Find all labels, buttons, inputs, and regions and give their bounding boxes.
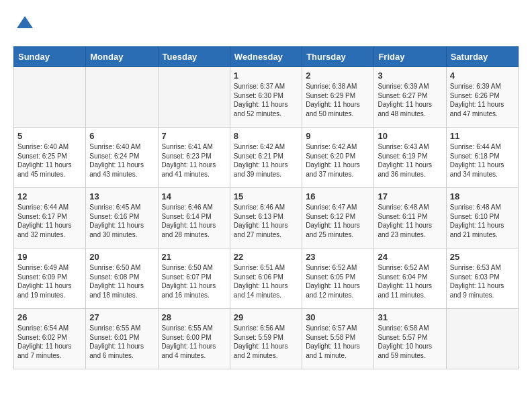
weekday-header-saturday: Saturday (446, 47, 518, 67)
cell-content-line: Daylight: 11 hours and 39 minutes. (234, 161, 298, 179)
cell-content-line: Daylight: 11 hours and 47 minutes. (450, 100, 515, 118)
cell-content-line: Sunrise: 6:51 AM (234, 263, 298, 273)
calendar-cell (14, 67, 86, 128)
cell-content-line: Sunrise: 6:56 AM (234, 324, 298, 333)
day-number: 16 (306, 191, 370, 201)
cell-content-line: Sunset: 6:12 PM (306, 212, 370, 222)
calendar-cell: 9Sunrise: 6:42 AMSunset: 6:20 PMDaylight… (302, 128, 374, 188)
cell-content-line: Sunset: 6:08 PM (89, 273, 154, 282)
day-number: 2 (306, 71, 370, 81)
day-number: 22 (234, 252, 298, 262)
day-number: 24 (378, 252, 442, 262)
cell-content-line: Daylight: 11 hours and 7 minutes. (17, 342, 82, 360)
day-number: 12 (17, 191, 82, 201)
day-number: 26 (17, 312, 82, 322)
day-number: 11 (450, 131, 515, 141)
calendar-cell: 12Sunrise: 6:44 AMSunset: 6:17 PMDayligh… (14, 188, 86, 248)
calendar-cell: 14Sunrise: 6:46 AMSunset: 6:14 PMDayligh… (158, 188, 230, 248)
calendar-cell: 29Sunrise: 6:56 AMSunset: 5:59 PMDayligh… (230, 309, 302, 369)
calendar-cell: 20Sunrise: 6:50 AMSunset: 6:08 PMDayligh… (86, 248, 158, 309)
cell-content-line: Sunset: 6:25 PM (17, 152, 82, 161)
cell-content-line: Daylight: 11 hours and 36 minutes. (378, 161, 442, 179)
day-number: 14 (162, 191, 226, 201)
calendar-cell: 22Sunrise: 6:51 AMSunset: 6:06 PMDayligh… (230, 248, 302, 309)
calendar-cell: 31Sunrise: 6:58 AMSunset: 5:57 PMDayligh… (374, 309, 446, 369)
calendar-cell: 19Sunrise: 6:49 AMSunset: 6:09 PMDayligh… (14, 248, 86, 309)
logo-icon (15, 13, 34, 32)
cell-content-line: Sunset: 6:04 PM (378, 273, 442, 282)
day-number: 31 (378, 312, 442, 322)
day-number: 18 (450, 191, 515, 201)
cell-content-line: Daylight: 11 hours and 28 minutes. (162, 221, 226, 239)
day-number: 6 (89, 131, 154, 141)
cell-content-line: Daylight: 11 hours and 18 minutes. (89, 281, 154, 300)
day-number: 20 (89, 252, 154, 262)
cell-content-line: Daylight: 11 hours and 37 minutes. (306, 161, 370, 179)
day-number: 27 (89, 312, 154, 322)
calendar-cell (446, 309, 518, 369)
cell-content-line: Daylight: 11 hours and 52 minutes. (234, 100, 298, 118)
cell-content-line: Sunrise: 6:41 AM (162, 142, 226, 152)
cell-content-line: Daylight: 11 hours and 32 minutes. (17, 221, 82, 239)
cell-content-line: Sunset: 6:24 PM (89, 152, 154, 161)
cell-content-line: Sunrise: 6:49 AM (17, 263, 82, 273)
cell-content-line: Sunrise: 6:39 AM (450, 82, 515, 91)
cell-content-line: Sunrise: 6:39 AM (378, 82, 442, 91)
cell-content-line: Daylight: 11 hours and 41 minutes. (162, 161, 226, 179)
calendar-header: SundayMondayTuesdayWednesdayThursdayFrid… (14, 47, 519, 67)
cell-content-line: Sunrise: 6:46 AM (162, 203, 226, 212)
cell-content-line: Daylight: 11 hours and 27 minutes. (234, 221, 298, 239)
day-number: 25 (450, 252, 515, 262)
cell-content-line: Daylight: 11 hours and 34 minutes. (450, 161, 515, 179)
cell-content-line: Sunrise: 6:44 AM (17, 203, 82, 212)
day-number: 28 (162, 312, 226, 322)
day-number: 13 (89, 191, 154, 201)
calendar-cell (86, 67, 158, 128)
cell-content-line: Sunset: 6:09 PM (17, 273, 82, 282)
calendar-cell: 5Sunrise: 6:40 AMSunset: 6:25 PMDaylight… (14, 128, 86, 188)
day-number: 17 (378, 191, 442, 201)
calendar-cell: 26Sunrise: 6:54 AMSunset: 6:02 PMDayligh… (14, 309, 86, 369)
calendar-week-row: 19Sunrise: 6:49 AMSunset: 6:09 PMDayligh… (14, 248, 519, 309)
cell-content-line: Sunrise: 6:48 AM (450, 203, 515, 212)
calendar-cell: 24Sunrise: 6:52 AMSunset: 6:04 PMDayligh… (374, 248, 446, 309)
day-number: 19 (17, 252, 82, 262)
cell-content-line: Sunrise: 6:40 AM (17, 142, 82, 152)
cell-content-line: Sunset: 6:16 PM (89, 212, 154, 222)
day-number: 8 (234, 131, 298, 141)
day-number: 23 (306, 252, 370, 262)
day-number: 1 (234, 71, 298, 81)
calendar-cell: 28Sunrise: 6:55 AMSunset: 6:00 PMDayligh… (158, 309, 230, 369)
calendar-cell: 21Sunrise: 6:50 AMSunset: 6:07 PMDayligh… (158, 248, 230, 309)
calendar-cell: 16Sunrise: 6:47 AMSunset: 6:12 PMDayligh… (302, 188, 374, 248)
cell-content-line: Sunset: 6:03 PM (450, 273, 515, 282)
calendar-cell: 2Sunrise: 6:38 AMSunset: 6:29 PMDaylight… (302, 67, 374, 128)
cell-content-line: Daylight: 11 hours and 6 minutes. (89, 342, 154, 360)
cell-content-line: Sunset: 6:00 PM (162, 333, 226, 342)
cell-content-line: Sunset: 6:11 PM (378, 212, 442, 222)
cell-content-line: Sunrise: 6:52 AM (306, 263, 370, 273)
calendar-cell: 15Sunrise: 6:46 AMSunset: 6:13 PMDayligh… (230, 188, 302, 248)
cell-content-line: Daylight: 11 hours and 21 minutes. (450, 221, 515, 239)
cell-content-line: Sunset: 6:23 PM (162, 152, 226, 161)
cell-content-line: Daylight: 11 hours and 30 minutes. (89, 221, 154, 239)
cell-content-line: Sunset: 6:05 PM (306, 273, 370, 282)
day-number: 30 (306, 312, 370, 322)
logo (13, 13, 34, 36)
weekday-header-thursday: Thursday (302, 47, 374, 67)
calendar-table: SundayMondayTuesdayWednesdayThursdayFrid… (13, 46, 519, 369)
cell-content-line: Daylight: 11 hours and 4 minutes. (162, 342, 226, 360)
day-number: 29 (234, 312, 298, 322)
cell-content-line: Sunrise: 6:58 AM (378, 324, 442, 333)
weekday-header-sunday: Sunday (14, 47, 86, 67)
cell-content-line: Sunset: 6:27 PM (378, 91, 442, 101)
calendar-cell: 30Sunrise: 6:57 AMSunset: 5:58 PMDayligh… (302, 309, 374, 369)
day-number: 5 (17, 131, 82, 141)
cell-content-line: Sunrise: 6:48 AM (378, 203, 442, 212)
cell-content-line: Sunset: 6:26 PM (450, 91, 515, 101)
calendar-cell: 23Sunrise: 6:52 AMSunset: 6:05 PMDayligh… (302, 248, 374, 309)
page-header (13, 13, 519, 36)
cell-content-line: Sunset: 5:59 PM (234, 333, 298, 342)
calendar-week-row: 12Sunrise: 6:44 AMSunset: 6:17 PMDayligh… (14, 188, 519, 248)
cell-content-line: Sunset: 5:57 PM (378, 333, 442, 342)
